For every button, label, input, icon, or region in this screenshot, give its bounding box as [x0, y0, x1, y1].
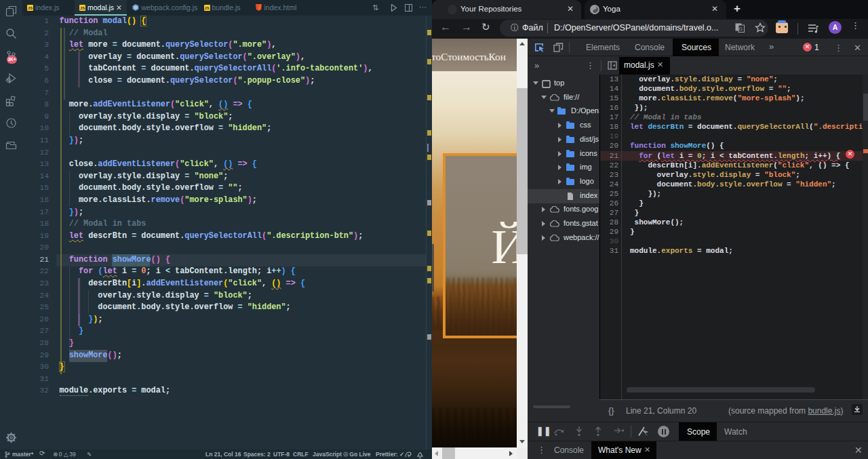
- svg-text:G: G: [739, 26, 743, 31]
